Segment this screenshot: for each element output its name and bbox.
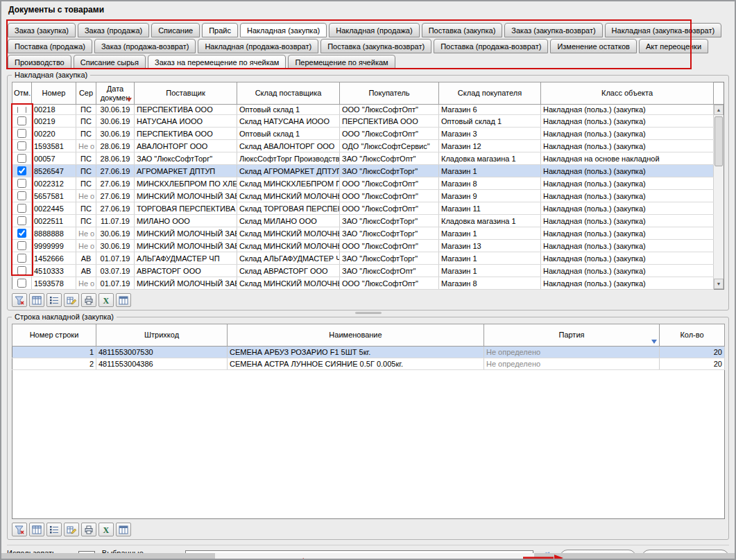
- scroll-up-button[interactable]: ▲: [714, 105, 724, 115]
- invoice-row[interactable]: 8526547 ПС 27.06.19 АГРОМАРКЕТ ДПТУП Скл…: [12, 165, 714, 177]
- col-header-series[interactable]: Сер: [76, 82, 96, 105]
- invoice-row[interactable]: 0022312 ПС 27.06.19 МИНСКХЛЕБПРОМ ПО ХЛЕ…: [12, 177, 714, 190]
- cell-series: ПС: [76, 152, 96, 165]
- invoice-row[interactable]: 1593578 Не о 01.07.19 МИНСКИЙ МОЛОЧНЫЙ З…: [12, 277, 714, 290]
- scrollbar-thumb[interactable]: [714, 116, 723, 166]
- tab[interactable]: Списание: [151, 23, 200, 37]
- col-header-doc-date[interactable]: Дата докумен: [96, 82, 135, 105]
- vertical-scrollbar[interactable]: ▲ ▼: [714, 82, 724, 290]
- line-row[interactable]: 2 4811553004386 СЕМЕНА АСТРА ЛУННОЕ СИЯН…: [12, 358, 725, 370]
- row-select-checkbox[interactable]: [17, 179, 26, 188]
- invoice-row[interactable]: 00219 ПС 30.06.19 НАТУСАНА ИООО Склад НА…: [12, 115, 714, 128]
- excel-export-button[interactable]: X: [99, 293, 114, 307]
- tab[interactable]: Прайс: [202, 23, 238, 37]
- row-select-checkbox[interactable]: [17, 216, 26, 225]
- invoice-row[interactable]: 00218 ПС 30.06.19 ПЕРСПЕКТИВА ООО Оптовы…: [12, 105, 714, 115]
- col-header-qty[interactable]: Кол-во: [660, 324, 725, 347]
- invoice-row[interactable]: 00220 ПС 30.06.19 ПЕРСПЕКТИВА ООО Оптовы…: [12, 128, 714, 140]
- col-header-name[interactable]: Наименование: [228, 324, 484, 347]
- filter-button[interactable]: [12, 523, 27, 536]
- invoice-row[interactable]: 5657581 Не о 27.06.19 МИНСКИЙ МОЛОЧНЫЙ З…: [12, 190, 714, 202]
- col-header-buyer[interactable]: Покупатель: [340, 82, 439, 105]
- row-select-checkbox[interactable]: [17, 166, 26, 175]
- invoice-row[interactable]: 0022445 ПС 27.06.19 ТОРГОВАЯ ПЕРСПЕКТИВА…: [12, 202, 714, 215]
- line-row[interactable]: 1 4811553007530 СЕМЕНА АРБУЗ РОЗАРИО F1 …: [12, 347, 725, 358]
- col-header-object-class[interactable]: Класс объекта: [541, 82, 714, 105]
- invoice-row[interactable]: 1452666 АВ 01.07.19 АЛЬГАФУДМАСТЕР ЧП Ск…: [12, 252, 714, 265]
- row-select-checkbox[interactable]: [17, 191, 26, 200]
- invoice-row[interactable]: 8888888 Не о 30.06.19 МИНСКИЙ МОЛОЧНЫЙ З…: [12, 227, 714, 240]
- invoice-row[interactable]: 1593581 Не о 28.06.19 АВАЛОНТОРГ ООО Скл…: [12, 140, 714, 152]
- columns-button[interactable]: [29, 293, 44, 307]
- scroll-down-button[interactable]: ▼: [714, 279, 724, 289]
- cell-mark: [12, 115, 32, 128]
- cell-supplier-warehouse: Склад НАТУСАНА ИООО: [237, 115, 340, 128]
- columns-button[interactable]: [29, 523, 44, 536]
- row-select-checkbox[interactable]: [17, 254, 26, 263]
- tab[interactable]: Заказ (продажа-возврат): [94, 39, 196, 53]
- col-header-supplier-warehouse[interactable]: Склад поставщика: [237, 82, 340, 105]
- invoice-row[interactable]: 4510333 АВ 03.07.19 АВРАСТОРГ ООО Склад …: [12, 265, 714, 277]
- tab[interactable]: Заказ (закупка-возврат): [504, 23, 602, 37]
- tab[interactable]: Накладная (продажа): [329, 23, 419, 37]
- tab[interactable]: Поставка (закупка): [422, 23, 503, 37]
- filter-button[interactable]: [12, 293, 27, 307]
- cell-object-class: Накладная (польз.) (закупка): [541, 140, 714, 152]
- row-select-checkbox[interactable]: [17, 154, 26, 163]
- row-select-checkbox[interactable]: [17, 141, 26, 150]
- cell-mark: [12, 128, 32, 140]
- edit-cells-button[interactable]: [64, 523, 79, 536]
- cell-supplier: МИНСКХЛЕБПРОМ ПО ХЛЕ: [135, 177, 237, 190]
- tab[interactable]: Поставка (продажа): [8, 39, 92, 53]
- tab[interactable]: Накладная (закупка-возврат): [605, 23, 722, 37]
- row-select-checkbox[interactable]: [17, 279, 26, 288]
- col-header-mark[interactable]: Отм.: [12, 82, 32, 105]
- row-select-checkbox[interactable]: [17, 204, 26, 213]
- row-select-checkbox[interactable]: [17, 107, 26, 113]
- col-header-batch[interactable]: Партия: [484, 324, 660, 347]
- tab[interactable]: Накладная (закупка): [240, 23, 327, 37]
- print-button[interactable]: [81, 523, 96, 536]
- invoice-row[interactable]: 0022511 ПС 11.07.19 МИЛАНО ООО Склад МИЛ…: [12, 215, 714, 227]
- col-header-number[interactable]: Номер: [32, 82, 76, 105]
- numbered-list-button[interactable]: [46, 293, 62, 307]
- numbered-list-button[interactable]: [46, 523, 62, 536]
- invoice-row[interactable]: 00057 ПС 28.06.19 ЗАО "ЛюксСофтТорг" Люк…: [12, 152, 714, 165]
- tab[interactable]: Перемещение по ячейкам: [288, 55, 395, 69]
- tab[interactable]: Акт переоценки: [639, 39, 708, 53]
- cell-buyer: ЗАО "ЛюксСофтОпт": [340, 152, 439, 165]
- edit-cells-button[interactable]: [64, 293, 79, 307]
- tab[interactable]: Заказ на перемещение по ячейкам: [148, 55, 286, 69]
- table-settings-button[interactable]: [116, 293, 131, 307]
- svg-text:X: X: [103, 525, 110, 534]
- col-header-buyer-warehouse[interactable]: Склад покупателя: [439, 82, 541, 105]
- row-select-checkbox[interactable]: [17, 129, 26, 138]
- table-settings-button[interactable]: [116, 523, 131, 536]
- tab[interactable]: Заказ (закупка): [8, 23, 76, 37]
- cell-mark: [12, 202, 32, 215]
- print-button[interactable]: [81, 293, 96, 307]
- tab[interactable]: Списание сырья: [74, 55, 146, 69]
- cell-supplier-warehouse: ЛюксСофтТорг Производств: [237, 152, 340, 165]
- invoice-group-title: Накладная (закупка): [12, 71, 90, 79]
- col-header-supplier[interactable]: Поставщик: [135, 82, 237, 105]
- col-header-barcode[interactable]: Штрихкод: [96, 324, 228, 347]
- tab[interactable]: Заказ (продажа): [78, 23, 149, 37]
- tab[interactable]: Поставка (продажа-возврат): [434, 39, 548, 53]
- scrollbar-track[interactable]: [714, 115, 724, 279]
- splitter-grip[interactable]: [355, 312, 382, 314]
- row-select-checkbox[interactable]: [17, 229, 26, 238]
- tab[interactable]: Накладная (продажа-возврат): [198, 39, 318, 53]
- row-select-checkbox[interactable]: [17, 116, 26, 125]
- invoice-row[interactable]: 9999999 Не о 30.06.19 МИНСКИЙ МОЛОЧНЫЙ З…: [12, 240, 714, 252]
- cell-supplier: МИЛАНО ООО: [135, 215, 237, 227]
- cell-doc-date: 01.07.19: [96, 277, 135, 290]
- empty-table-area: [12, 370, 725, 519]
- excel-export-button[interactable]: X: [99, 523, 114, 536]
- row-select-checkbox[interactable]: [17, 266, 26, 275]
- row-select-checkbox[interactable]: [17, 241, 26, 250]
- tab[interactable]: Изменение остатков: [550, 39, 637, 53]
- tab[interactable]: Производство: [8, 55, 71, 69]
- col-header-line-number[interactable]: Номер строки: [12, 324, 96, 347]
- tab[interactable]: Поставка (закупка-возврат): [320, 39, 431, 53]
